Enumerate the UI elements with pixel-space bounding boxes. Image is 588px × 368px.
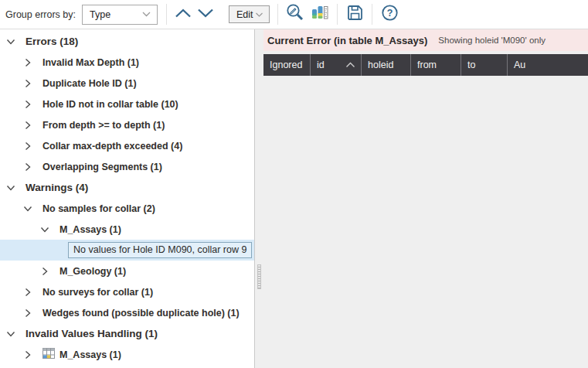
tree-item-label: Duplicate Hole ID (1) bbox=[42, 78, 137, 89]
group-by-dropdown-value: Type bbox=[90, 9, 110, 20]
toolbar-separator bbox=[277, 4, 278, 25]
chevron-right-icon[interactable] bbox=[23, 288, 32, 297]
chevron-right-icon[interactable] bbox=[23, 141, 32, 151]
chevron-right-icon[interactable] bbox=[40, 267, 49, 276]
tree-item-m-assays[interactable]: M_Assays (1) bbox=[0, 219, 254, 240]
tree-item-invalid-max-depth[interactable]: Invalid Max Depth (1) bbox=[0, 52, 254, 73]
edit-dropdown-value: Edit bbox=[236, 9, 253, 20]
column-label: Au bbox=[514, 60, 525, 70]
tree-item-label: M_Geology (1) bbox=[59, 266, 126, 277]
chevron-right-icon[interactable] bbox=[23, 350, 32, 359]
chevron-right-icon[interactable] bbox=[23, 162, 32, 172]
previous-error-button[interactable] bbox=[172, 3, 193, 26]
column-label: id bbox=[317, 60, 325, 70]
column-header-au[interactable]: Au bbox=[508, 54, 588, 76]
chevron-down-icon bbox=[141, 9, 151, 20]
table-icon bbox=[42, 348, 55, 361]
column-header-from[interactable]: from bbox=[411, 54, 461, 76]
tree-item-label: Errors (18) bbox=[25, 36, 78, 47]
tree-item-wedges-found[interactable]: Wedges found (possible duplicate hole) (… bbox=[0, 302, 254, 323]
tree-item-label: No samples for collar (2) bbox=[42, 203, 155, 214]
column-label: Ignored bbox=[270, 60, 302, 70]
tree-item-label: Warnings (4) bbox=[25, 182, 88, 193]
chevron-down-icon bbox=[255, 9, 263, 20]
tree-item-label: Invalid Values Handling (1) bbox=[25, 328, 158, 339]
tree-item-label: Hole ID not in collar table (10) bbox=[42, 99, 178, 110]
tree-item-m-assays-invalid-values[interactable]: M_Assays (1) bbox=[0, 344, 254, 365]
chevron-right-icon[interactable] bbox=[23, 121, 32, 130]
column-header-to[interactable]: to bbox=[461, 54, 508, 76]
svg-text:?: ? bbox=[386, 8, 393, 19]
chevron-right-icon[interactable] bbox=[23, 308, 32, 318]
current-error-title: Current Error (in table M_Assays) bbox=[267, 35, 427, 46]
magnifier-pencil-icon bbox=[285, 2, 306, 26]
tree-item-label: M_Assays (1) bbox=[59, 224, 121, 235]
tree-item-overlapping-segments[interactable]: Overlapping Segments (1) bbox=[0, 156, 254, 177]
chevron-right-icon[interactable] bbox=[23, 100, 32, 109]
chevron-down-icon bbox=[196, 7, 215, 22]
sort-ascending-icon bbox=[345, 60, 355, 70]
tree-item-m-geology[interactable]: M_Geology (1) bbox=[0, 261, 254, 281]
chevron-down-icon[interactable] bbox=[6, 329, 15, 339]
column-label: holeid bbox=[368, 60, 393, 70]
drillhole-columns-icon bbox=[310, 3, 330, 26]
tree-item-label: Wedges found (possible duplicate hole) (… bbox=[42, 308, 240, 319]
save-button[interactable] bbox=[343, 3, 366, 26]
chevron-right-icon[interactable] bbox=[23, 58, 32, 67]
tree-item-label: From depth >= to depth (1) bbox=[42, 120, 165, 131]
tree-item-hole-id-not-in-collar[interactable]: Hole ID not in collar table (10) bbox=[0, 94, 254, 114]
group-errors-by-label: Group errors by: bbox=[5, 9, 76, 20]
group-by-dropdown[interactable]: Type bbox=[82, 5, 158, 25]
column-label: from bbox=[417, 60, 437, 70]
tree-item-label: No surveys for collar (1) bbox=[42, 287, 153, 298]
current-error-panel: Current Error (in table M_Assays) Showin… bbox=[263, 29, 588, 368]
tree-item-label: Collar max-depth exceeded (4) bbox=[42, 141, 182, 152]
tree-item-error-detail-selected[interactable]: No values for Hole ID M090, collar row 9 bbox=[0, 240, 254, 261]
chevron-right-icon[interactable] bbox=[23, 79, 32, 88]
query-filter-button[interactable] bbox=[284, 3, 307, 26]
save-floppy-icon bbox=[345, 2, 365, 26]
column-header-ignored[interactable]: Ignored bbox=[263, 54, 311, 76]
current-error-header: Current Error (in table M_Assays) Showin… bbox=[263, 29, 588, 51]
tree-item-invalid-values-handling[interactable]: Invalid Values Handling (1) bbox=[0, 323, 254, 344]
tree-item-warnings[interactable]: Warnings (4) bbox=[0, 177, 254, 198]
tree-item-collar-max-depth-exceeded[interactable]: Collar max-depth exceeded (4) bbox=[0, 135, 254, 156]
tree-item-label: Overlapping Segments (1) bbox=[42, 162, 162, 172]
toolbar-separator bbox=[337, 4, 338, 25]
chevron-down-icon[interactable] bbox=[40, 225, 49, 234]
chevron-down-icon[interactable] bbox=[23, 204, 32, 213]
splitter-drag-handle[interactable] bbox=[257, 264, 261, 289]
tree-item-errors[interactable]: Errors (18) bbox=[0, 31, 254, 52]
main-area: Errors (18) Invalid Max Depth (1) Duplic… bbox=[0, 29, 588, 368]
column-label: to bbox=[467, 60, 475, 70]
error-table-body bbox=[263, 76, 588, 368]
interval-columns-button[interactable] bbox=[308, 3, 331, 26]
chevron-down-icon[interactable] bbox=[6, 37, 15, 46]
help-button[interactable]: ? bbox=[378, 3, 401, 26]
chevron-down-icon[interactable] bbox=[6, 183, 15, 193]
tree-item-from-depth-gte-to-depth[interactable]: From depth >= to depth (1) bbox=[0, 114, 254, 135]
tree-item-label: M_Assays (1) bbox=[59, 349, 121, 360]
selected-error-text: No values for Hole ID M090, collar row 9 bbox=[68, 242, 252, 258]
panel-splitter bbox=[255, 29, 263, 368]
tree-item-no-samples-for-collar[interactable]: No samples for collar (2) bbox=[0, 198, 254, 219]
next-error-button[interactable] bbox=[195, 3, 216, 26]
toolbar: Group errors by: Type Edit bbox=[0, 0, 588, 29]
toolbar-separator bbox=[372, 4, 372, 25]
column-header-id[interactable]: id bbox=[311, 54, 362, 76]
error-table-header: Ignored id holeid from to bbox=[263, 54, 588, 76]
edit-dropdown[interactable]: Edit bbox=[229, 5, 270, 23]
column-header-holeid[interactable]: holeid bbox=[362, 54, 411, 76]
help-icon: ? bbox=[379, 2, 400, 26]
showing-holeid-note: Showing holeid 'M090' only bbox=[438, 36, 546, 45]
toolbar-separator bbox=[166, 4, 167, 25]
chevron-up-icon bbox=[174, 7, 192, 22]
tree-item-label: Invalid Max Depth (1) bbox=[42, 57, 139, 68]
error-tree: Errors (18) Invalid Max Depth (1) Duplic… bbox=[0, 29, 255, 368]
tree-item-duplicate-hole-id[interactable]: Duplicate Hole ID (1) bbox=[0, 73, 254, 94]
error-validation-window: Group errors by: Type Edit bbox=[0, 0, 588, 368]
tree-item-no-surveys-for-collar[interactable]: No surveys for collar (1) bbox=[0, 281, 254, 302]
